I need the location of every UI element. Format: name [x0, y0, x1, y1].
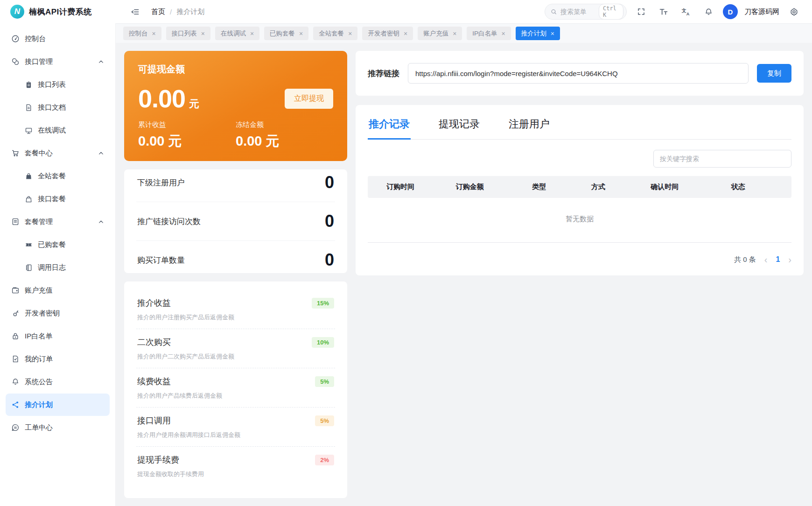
close-icon[interactable]: × — [453, 30, 456, 37]
fullscreen-icon[interactable] — [633, 4, 649, 20]
sidebar-item-api-docs[interactable]: 接口文档 — [6, 96, 110, 119]
sidebar-item-site-packages[interactable]: 全站套餐 — [6, 165, 110, 187]
svg-text:文: 文 — [681, 8, 686, 13]
referral-link-input[interactable] — [408, 63, 749, 84]
tab-chip-label: 开发者密钥 — [368, 29, 399, 38]
user-name[interactable]: 刀客源码网 — [744, 7, 779, 16]
tab-chip-dashboard[interactable]: 控制台× — [123, 27, 161, 40]
tab-withdraw-records[interactable]: 提现记录 — [438, 115, 481, 140]
tab-referral-records[interactable]: 推介记录 — [368, 115, 411, 140]
tab-chip-online-debug[interactable]: 在线调试× — [215, 27, 259, 40]
tab-chip-ip-whitelist[interactable]: IP白名单× — [467, 27, 511, 40]
close-icon[interactable]: × — [348, 30, 352, 37]
share-icon — [11, 401, 20, 409]
sidebar-item-call-logs[interactable]: 调用日志 — [6, 256, 110, 279]
sidebar-item-label: 账户充值 — [25, 286, 53, 295]
withdraw-card-title: 可提现金额 — [138, 63, 333, 76]
sidebar-item-account-recharge[interactable]: 账户充值 — [6, 279, 110, 302]
sidebar-group-package-center[interactable]: 套餐中心 — [6, 142, 110, 164]
breadcrumb: 首页 / 推介计划 — [151, 7, 204, 16]
commission-row-renewal-earnings: 续费收益 5% 推介的用户产品续费后返佣金额 — [136, 368, 335, 407]
close-icon[interactable]: × — [250, 30, 254, 37]
journal-icon — [24, 263, 33, 272]
stat-value: 0 — [325, 211, 334, 231]
cumulative-earnings-value: 0.00 元 — [138, 132, 236, 151]
sidebar-item-api-packages[interactable]: 接口套餐 — [6, 188, 110, 210]
pagination-next-icon[interactable]: › — [788, 255, 791, 264]
rate-badge: 10% — [312, 337, 334, 348]
document-icon — [24, 103, 33, 112]
tab-chip-account-recharge[interactable]: 账户充值× — [418, 27, 462, 40]
tab-chip-site-packages[interactable]: 全站套餐× — [313, 27, 357, 40]
tab-chip-purchased-packages[interactable]: 已购套餐× — [264, 27, 308, 40]
close-icon[interactable]: × — [551, 30, 554, 37]
sidebar-item-label: 控制台 — [25, 35, 46, 43]
sidebar-group-package-management[interactable]: 套餐管理 — [6, 211, 110, 233]
sidebar-item-my-orders[interactable]: 我的订单 — [6, 348, 110, 370]
search-input[interactable] — [560, 8, 595, 15]
close-icon[interactable]: × — [152, 30, 156, 37]
tab-chip-label: 接口列表 — [172, 29, 197, 38]
keyword-search-input[interactable] — [653, 150, 791, 168]
rate-badge: 5% — [315, 376, 334, 387]
sidebar-item-dashboard[interactable]: 控制台 — [6, 28, 110, 50]
commission-title: 提现手续费 — [137, 454, 179, 465]
withdrawable-amount-card: 可提现金额 0.00元 立即提现 累计收益 0.00 元 — [124, 51, 347, 161]
breadcrumb-home[interactable]: 首页 — [151, 7, 165, 16]
stat-label: 下级注册用户 — [137, 177, 185, 188]
stat-row-link-visits: 推广链接访问次数 0 — [136, 202, 335, 240]
referral-link-card: 推荐链接 复制 — [356, 51, 804, 96]
sidebar-item-online-debug[interactable]: 在线调试 — [6, 119, 110, 141]
notification-bell-icon[interactable] — [700, 4, 716, 20]
bell-icon — [11, 378, 20, 386]
close-icon[interactable]: × — [201, 30, 205, 37]
commission-description: 推介的用户注册购买产品后返佣金额 — [137, 313, 334, 322]
records-tabs: 推介记录 提现记录 注册用户 — [368, 115, 791, 140]
sidebar-item-system-announcements[interactable]: 系统公告 — [6, 371, 110, 393]
pagination-prev-icon[interactable]: ‹ — [764, 255, 768, 264]
sidebar-item-ip-whitelist[interactable]: IP白名单 — [6, 325, 110, 347]
global-search[interactable]: Ctrl K — [545, 4, 627, 20]
sidebar-group-label: 套餐管理 — [25, 218, 53, 226]
copy-button[interactable]: 复制 — [757, 64, 791, 83]
tab-chip-label: 全站套餐 — [319, 29, 344, 38]
sidebar-item-label: 在线调试 — [38, 126, 66, 135]
bag-filled-icon — [24, 172, 33, 180]
sidebar-item-api-list[interactable]: 接口列表 — [6, 73, 110, 96]
close-icon[interactable]: × — [404, 30, 407, 37]
sidebar-item-purchased-packages[interactable]: 已购套餐 — [6, 233, 110, 256]
settings-gear-icon[interactable] — [786, 4, 802, 20]
tab-chip-developer-keys[interactable]: 开发者密钥× — [362, 27, 413, 40]
top-header: N 楠枫API计费系统 首页 / 推介计划 Ctrl K — [0, 0, 812, 23]
sidebar-group-api-management[interactable]: 接口管理 — [6, 50, 110, 73]
wallet-icon — [11, 286, 20, 295]
tab-chip-referral-program[interactable]: 推介计划× — [516, 27, 560, 40]
stat-row-purchase-orders: 购买订单数量 0 — [136, 240, 335, 279]
close-icon[interactable]: × — [502, 30, 505, 37]
commission-description: 推介的用户二次购买产品后返佣金额 — [137, 352, 334, 361]
tab-chip-api-list[interactable]: 接口列表× — [166, 27, 210, 40]
breadcrumb-separator: / — [170, 8, 172, 16]
breadcrumb-current: 推介计划 — [176, 7, 204, 16]
user-avatar[interactable]: D — [723, 4, 738, 19]
column-type: 类型 — [525, 176, 584, 198]
frozen-amount-value: 0.00 元 — [236, 132, 333, 151]
sidebar-item-developer-keys[interactable]: 开发者密钥 — [6, 302, 110, 324]
sidebar-item-label: 开发者密钥 — [25, 309, 60, 318]
clipboard-icon — [24, 80, 33, 89]
withdrawable-amount: 0.00 — [138, 84, 185, 112]
close-icon[interactable]: × — [299, 30, 303, 37]
pagination-page-1[interactable]: 1 — [776, 255, 780, 264]
menu-fold-icon[interactable] — [127, 4, 143, 20]
stat-label: 推广链接访问次数 — [137, 216, 201, 227]
withdraw-now-button[interactable]: 立即提现 — [285, 89, 333, 109]
rate-badge: 5% — [315, 415, 334, 426]
frozen-amount-label: 冻结金额 — [236, 120, 333, 129]
sidebar-item-ticket-center[interactable]: 工单中心 — [6, 416, 110, 439]
ticket-icon — [24, 240, 33, 249]
sidebar-item-referral-program[interactable]: 推介计划 — [6, 394, 110, 416]
tab-registered-users[interactable]: 注册用户 — [508, 115, 551, 140]
font-size-icon[interactable] — [656, 4, 672, 20]
translate-icon[interactable]: 文 A — [678, 4, 694, 20]
sidebar-item-label: 推介计划 — [25, 401, 53, 409]
